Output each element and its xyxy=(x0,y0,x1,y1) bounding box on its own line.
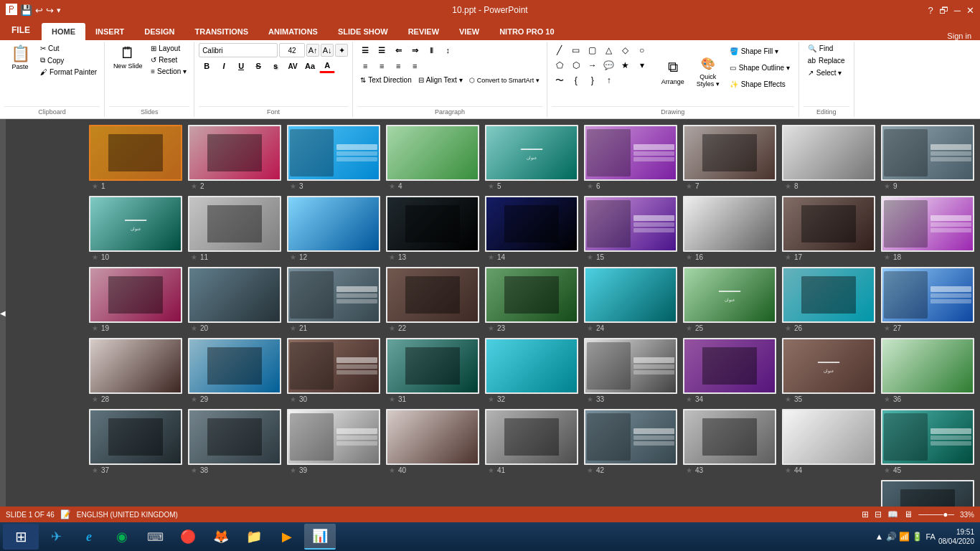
quick-styles-button[interactable]: 🎨 Quick Styles ▾ xyxy=(694,43,722,100)
slide-star-10[interactable]: ★ xyxy=(92,253,98,261)
slide-item[interactable]: ★33 xyxy=(584,338,677,403)
slide-thumb-8[interactable] xyxy=(782,125,875,181)
slide-thumb-13[interactable] xyxy=(386,196,479,252)
slides-panel[interactable]: ★9★8★7★6━━━━━━عنوان★5★4★3★2★1★18★17★16★1… xyxy=(6,119,980,507)
slide-thumb-33[interactable] xyxy=(584,338,677,394)
slide-item[interactable]: ★23 xyxy=(485,267,578,332)
underline-button[interactable]: U xyxy=(233,59,249,73)
slide-item[interactable]: ★12 xyxy=(287,196,380,261)
slide-item[interactable]: ★39 xyxy=(287,409,380,474)
notes-icon[interactable]: 📝 xyxy=(60,509,71,519)
taskbar-files[interactable]: 📁 xyxy=(238,524,270,550)
slide-thumb-35[interactable]: ━━━━━━عنوان xyxy=(782,338,875,394)
view-slide-sorter-icon[interactable]: ⊟ xyxy=(875,509,882,519)
slide-item[interactable]: ★37 xyxy=(89,409,182,474)
strikethrough-button[interactable]: S xyxy=(250,59,266,73)
tab-file[interactable]: FILE xyxy=(0,20,42,40)
slide-thumb-43[interactable] xyxy=(683,409,776,465)
slide-item[interactable]: ★34 xyxy=(683,338,776,403)
tab-home[interactable]: HOME xyxy=(42,23,85,40)
slide-star-7[interactable]: ★ xyxy=(686,182,692,190)
tab-review[interactable]: REVIEW xyxy=(398,23,449,40)
slide-thumb-37[interactable] xyxy=(89,409,182,465)
slide-thumb-42[interactable] xyxy=(584,409,677,465)
slide-thumb-44[interactable] xyxy=(782,409,875,465)
section-button[interactable]: ≡ Section ▾ xyxy=(148,66,189,77)
slide-thumb-18[interactable] xyxy=(881,196,974,252)
slide-star-6[interactable]: ★ xyxy=(587,182,593,190)
slide-star-9[interactable]: ★ xyxy=(884,182,890,190)
slide-thumb-15[interactable] xyxy=(584,196,677,252)
slide-star-2[interactable]: ★ xyxy=(191,182,197,190)
restore-icon[interactable]: 🗗 xyxy=(939,5,948,16)
slide-star-38[interactable]: ★ xyxy=(191,466,197,474)
tab-view[interactable]: VIEW xyxy=(449,23,489,40)
font-spacing-button[interactable]: AV xyxy=(285,59,301,73)
taskbar-keyboard[interactable]: ⌨ xyxy=(139,524,171,550)
slide-thumb-11[interactable] xyxy=(188,196,281,252)
slide-thumb-29[interactable] xyxy=(188,338,281,394)
slide-star-4[interactable]: ★ xyxy=(389,182,395,190)
shape-arrow-icon[interactable]: → xyxy=(585,58,600,72)
slide-star-15[interactable]: ★ xyxy=(587,253,593,261)
slide-thumb-27[interactable] xyxy=(881,267,974,323)
taskbar-powerpoint[interactable]: 📊 xyxy=(304,524,336,550)
slide-star-19[interactable]: ★ xyxy=(92,324,98,332)
slide-item[interactable]: ★19 xyxy=(89,267,182,332)
shape-star-icon[interactable]: ★ xyxy=(618,58,633,72)
slide-thumb-12[interactable] xyxy=(287,196,380,252)
slide-star-12[interactable]: ★ xyxy=(290,253,296,261)
slide-item[interactable]: ★43 xyxy=(683,409,776,474)
tab-insert[interactable]: INSERT xyxy=(85,23,134,40)
slide-item[interactable]: ★36 xyxy=(881,338,974,403)
replace-button[interactable]: ab Replace xyxy=(804,55,849,66)
slide-item[interactable]: ★9 xyxy=(881,125,974,190)
paste-button[interactable]: 📋 Paste xyxy=(4,43,36,73)
slide-star-34[interactable]: ★ xyxy=(686,395,692,403)
find-button[interactable]: 🔍 Find xyxy=(804,43,849,54)
slide-thumb-2[interactable] xyxy=(188,125,281,181)
sign-in-link[interactable]: Sign in xyxy=(947,32,980,40)
slide-thumb-25[interactable]: ━━━━━━عنوان xyxy=(683,267,776,323)
shape-brace-icon[interactable]: { xyxy=(568,73,584,88)
slide-thumb-6[interactable] xyxy=(584,125,677,181)
slide-thumb-7[interactable] xyxy=(683,125,776,181)
slide-star-44[interactable]: ★ xyxy=(785,466,791,474)
slide-item[interactable]: ━━━━━━عنوان★10 xyxy=(89,196,182,261)
slide-item[interactable]: ★45 xyxy=(881,409,974,474)
font-decrease-button[interactable]: A↓ xyxy=(321,44,334,57)
taskbar-telegram[interactable]: ✈ xyxy=(40,524,72,550)
convert-smartart-button[interactable]: ⬡ Convert to SmartArt ▾ xyxy=(466,75,542,85)
slide-star-8[interactable]: ★ xyxy=(785,182,791,190)
reset-button[interactable]: ↺ Reset xyxy=(148,55,189,65)
cut-button[interactable]: ✂ Cut xyxy=(37,43,100,54)
align-center-button[interactable]: ≡ xyxy=(374,59,390,73)
slide-item[interactable]: ★26 xyxy=(782,267,875,332)
view-normal-icon[interactable]: ⊞ xyxy=(862,509,869,519)
slide-thumb-5[interactable]: ━━━━━━عنوان xyxy=(485,125,578,181)
slide-item[interactable]: ★30 xyxy=(287,338,380,403)
slide-star-24[interactable]: ★ xyxy=(587,324,593,332)
slide-item[interactable]: ★4 xyxy=(386,125,479,190)
shape-freeform-icon[interactable]: 〜 xyxy=(552,73,567,88)
layout-button[interactable]: ⊞ Layout xyxy=(148,43,189,54)
slide-item[interactable]: ★38 xyxy=(188,409,281,474)
slide-thumb-22[interactable] xyxy=(386,267,479,323)
tab-nitro[interactable]: NITRO PRO 10 xyxy=(489,23,564,40)
slide-thumb-32[interactable] xyxy=(485,338,578,394)
slide-star-36[interactable]: ★ xyxy=(884,395,890,403)
tab-transitions[interactable]: TRANSITIONS xyxy=(185,23,259,40)
shape-callout-icon[interactable]: 💬 xyxy=(601,58,617,72)
slide-item[interactable]: ★14 xyxy=(485,196,578,261)
numbering-button[interactable]: ☰ xyxy=(374,43,390,57)
tab-design[interactable]: DESIGN xyxy=(134,23,184,40)
slide-star-3[interactable]: ★ xyxy=(290,182,296,190)
align-right-button[interactable]: ≡ xyxy=(390,59,406,73)
slide-item[interactable]: ★46 xyxy=(881,480,974,507)
slide-star-20[interactable]: ★ xyxy=(191,324,197,332)
slide-thumb-24[interactable] xyxy=(584,267,677,323)
shape-fill-button[interactable]: 🪣 Shape Fill ▾ xyxy=(725,43,794,59)
new-slide-button[interactable]: 🗒 New Slide xyxy=(109,43,146,72)
slide-item[interactable]: ★24 xyxy=(584,267,677,332)
line-spacing-button[interactable]: ↕ xyxy=(440,43,456,57)
